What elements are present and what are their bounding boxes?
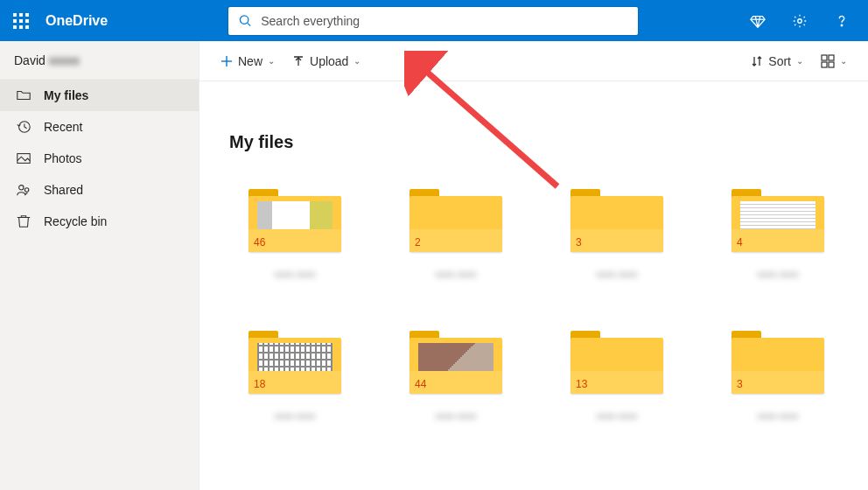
folder-count: 4 [737,236,743,248]
folder-label-obscured: xxxx xxxx [580,268,654,292]
folder-icon-large: 3 [570,189,663,252]
search-wrap [228,7,740,35]
new-label: New [238,54,262,68]
sort-button[interactable]: Sort ⌄ [746,51,808,72]
folder-icon-large: 44 [410,331,502,394]
svg-point-7 [841,24,842,25]
header: OneDrive [0,0,868,41]
help-icon [834,13,850,29]
main: New ⌄ Upload ⌄ Sort ⌄ ⌄ My files [200,41,868,490]
sidebar: David xxxxx My files Recent Photos Share… [0,41,200,490]
folder-count: 2 [415,236,421,248]
folder-count: 13 [576,378,587,390]
folder-count: 46 [254,236,265,248]
sidebar-item-recycle-bin[interactable]: Recycle bin [0,206,199,237]
toolbar: New ⌄ Upload ⌄ Sort ⌄ ⌄ [200,41,868,81]
app-title: OneDrive [46,13,108,29]
svg-line-1 [248,23,250,25]
folder-icon [16,88,32,103]
settings-button[interactable] [782,0,817,41]
folder-label-obscured: xxxx xxxx [258,410,332,434]
sidebar-item-label: Photos [44,151,82,165]
gear-icon [792,13,808,29]
folder-tile[interactable]: 3 xxxx xxxx [551,189,682,292]
grid-view-icon [821,54,835,68]
folder-count: 3 [737,378,743,390]
sidebar-item-recent[interactable]: Recent [0,111,199,143]
folder-icon-large: 2 [410,189,502,252]
search-input[interactable] [261,14,631,28]
photo-icon [16,150,32,166]
folder-count: 44 [415,378,426,390]
chevron-down-icon: ⌄ [840,56,847,66]
sidebar-item-my-files[interactable]: My files [0,80,199,111]
user-last-name-obscured: xxxxx [49,53,80,67]
user-row[interactable]: David xxxxx [0,41,199,80]
content-title: My files [229,132,868,152]
sidebar-item-label: Recycle bin [44,214,107,228]
folder-tile[interactable]: 2 xxxx xxxx [390,189,522,292]
recent-icon [16,119,32,135]
folder-tile[interactable]: 44 xxxx xxxx [390,331,522,434]
app-launcher-button[interactable] [0,0,42,41]
sidebar-item-shared[interactable]: Shared [0,174,199,206]
folder-icon-large: 4 [732,189,824,252]
header-actions [740,0,859,41]
folder-icon-large: 3 [732,331,824,394]
sort-icon [751,55,763,67]
waffle-icon [13,13,29,29]
folder-label-obscured: xxxx xxxx [741,268,815,292]
folder-tile[interactable]: 4 xxxx xxxx [712,189,844,292]
folder-tile[interactable]: 13 xxxx xxxx [551,331,682,434]
svg-rect-15 [829,55,834,60]
folder-label-obscured: xxxx xxxx [419,268,493,292]
sort-label: Sort [768,54,791,68]
svg-rect-14 [822,55,827,60]
diamond-icon [750,13,766,29]
folder-icon-large: 13 [570,331,663,394]
svg-rect-16 [822,62,827,67]
svg-point-10 [19,186,24,190]
premium-button[interactable] [740,0,775,41]
folder-count: 3 [576,236,582,248]
svg-point-11 [24,188,28,192]
view-button[interactable]: ⌄ [816,51,852,72]
sidebar-item-label: My files [44,88,88,102]
sidebar-item-photos[interactable]: Photos [0,143,199,174]
folder-tile[interactable]: 18 xxxx xxxx [229,331,360,434]
new-button[interactable]: New ⌄ [215,51,280,72]
folder-tile[interactable]: 3 xxxx xxxx [712,331,844,434]
shared-icon [16,182,32,198]
upload-button[interactable]: Upload ⌄ [287,51,366,72]
chevron-down-icon: ⌄ [796,56,803,66]
svg-point-0 [241,15,248,23]
folder-count: 18 [254,378,265,390]
plus-icon [220,55,233,67]
sidebar-item-label: Recent [44,120,82,134]
folder-tile[interactable]: 46 xxxx xxxx [229,189,360,292]
help-button[interactable] [824,0,859,41]
search-icon [239,14,252,28]
folder-label-obscured: xxxx xxxx [258,268,332,292]
svg-point-6 [798,18,802,23]
folder-label-obscured: xxxx xxxx [419,410,493,434]
folder-label-obscured: xxxx xxxx [580,410,654,434]
sidebar-item-label: Shared [44,183,83,197]
folder-icon-large: 46 [248,189,341,252]
chevron-down-icon: ⌄ [354,56,360,66]
recycle-icon [16,214,32,229]
folder-icon-large: 18 [248,331,341,394]
upload-icon [292,55,304,67]
user-first-name: David [14,53,46,67]
folder-grid: 46 xxxx xxxx 2 xxxx xxxx 3 xxxx xxxx [229,189,868,434]
upload-label: Upload [310,54,348,68]
folder-label-obscured: xxxx xxxx [741,410,815,434]
svg-rect-17 [829,62,834,67]
chevron-down-icon: ⌄ [268,56,275,66]
search-box[interactable] [228,7,638,35]
